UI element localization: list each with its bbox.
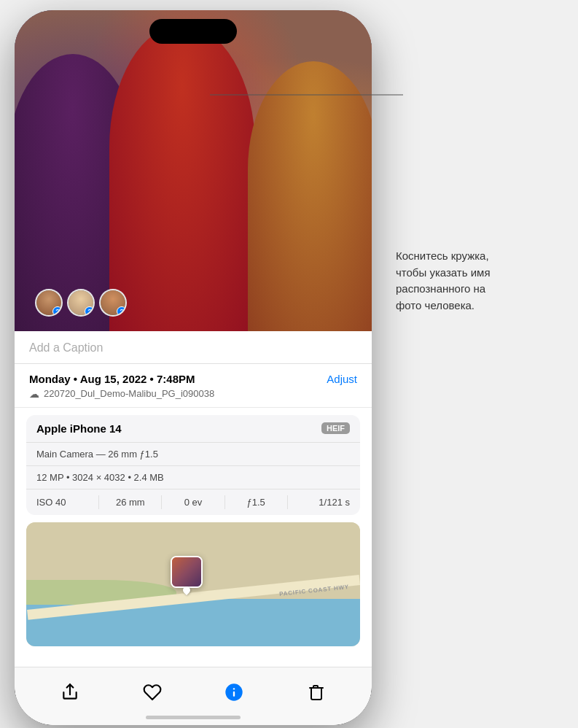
- share-icon: [60, 683, 79, 702]
- camera-section: Apple iPhone 14 HEIF Main Camera — 26 mm…: [26, 415, 360, 515]
- camera-model-row: Apple iPhone 14 HEIF: [26, 415, 360, 443]
- map-pin: [171, 556, 203, 594]
- photo-date: Monday • Aug 15, 2022 • 7:48PM: [29, 373, 195, 385]
- info-button[interactable]: [218, 676, 250, 708]
- map-background: PACIFIC COAST HWY: [26, 522, 360, 646]
- camera-lens-spec: Main Camera — 26 mm ƒ1.5: [26, 443, 360, 466]
- face-badge-2: ?: [85, 306, 95, 317]
- face-circle-3[interactable]: ?: [99, 289, 127, 317]
- person-right-silhouette: [248, 61, 372, 331]
- caption-area[interactable]: Add a Caption: [15, 331, 372, 364]
- param-focal: 26 mm: [99, 495, 162, 509]
- param-aperture: ƒ1.5: [225, 495, 288, 509]
- face-circle-2[interactable]: ?: [67, 289, 95, 317]
- heart-icon: [143, 683, 162, 702]
- dynamic-island: [149, 19, 237, 44]
- param-shutter: 1/121 s: [288, 495, 350, 509]
- person-center-silhouette: [109, 25, 255, 331]
- format-badge: HEIF: [321, 422, 350, 434]
- home-indicator: [146, 716, 241, 719]
- share-button[interactable]: [54, 676, 86, 708]
- photo-area: ? ? ?: [15, 10, 372, 331]
- phone-screen: ? ? ? Add a Caption Monday: [15, 10, 372, 725]
- favorite-button[interactable]: [136, 676, 168, 708]
- meta-filename-row: ☁ 220720_Dul_Demo-Malibu_PG_i090038: [29, 388, 357, 400]
- photo-filename: 220720_Dul_Demo-Malibu_PG_i090038: [44, 388, 214, 399]
- annotation-line-svg: [210, 91, 407, 98]
- camera-model: Apple iPhone 14: [36, 422, 122, 435]
- info-icon: [224, 682, 244, 702]
- meta-date-row: Monday • Aug 15, 2022 • 7:48PM Adjust: [29, 373, 357, 385]
- face-circle-1[interactable]: ?: [35, 289, 63, 317]
- face-badge-1: ?: [52, 306, 63, 317]
- map-photo-thumbnail: [171, 556, 203, 588]
- adjust-button[interactable]: Adjust: [327, 373, 357, 385]
- param-ev: 0 ev: [162, 495, 224, 509]
- caption-placeholder: Add a Caption: [29, 341, 103, 354]
- delete-button[interactable]: [300, 676, 332, 708]
- map-section[interactable]: PACIFIC COAST HWY: [26, 522, 360, 646]
- face-recognition-circles: ? ? ?: [35, 289, 127, 317]
- trash-icon: [308, 684, 325, 701]
- cloud-icon: ☁: [29, 388, 39, 400]
- face-badge-3: ?: [117, 306, 127, 317]
- camera-params-row: ISO 40 26 mm 0 ev ƒ1.5 1/121 s: [26, 489, 360, 515]
- people-in-photo: [15, 25, 372, 331]
- annotation-callout: Коснитесь кружка, чтобы указать имя расп…: [396, 248, 549, 314]
- param-iso: ISO 40: [36, 495, 99, 509]
- meta-section: Monday • Aug 15, 2022 • 7:48PM Adjust ☁ …: [15, 364, 372, 408]
- info-panel: Add a Caption Monday • Aug 15, 2022 • 7:…: [15, 331, 372, 667]
- annotation-text: Коснитесь кружка, чтобы указать имя расп…: [396, 248, 549, 314]
- phone-device: ? ? ? Add a Caption Monday: [15, 10, 372, 725]
- camera-resolution-spec: 12 MP • 3024 × 4032 • 2.4 MB: [26, 466, 360, 489]
